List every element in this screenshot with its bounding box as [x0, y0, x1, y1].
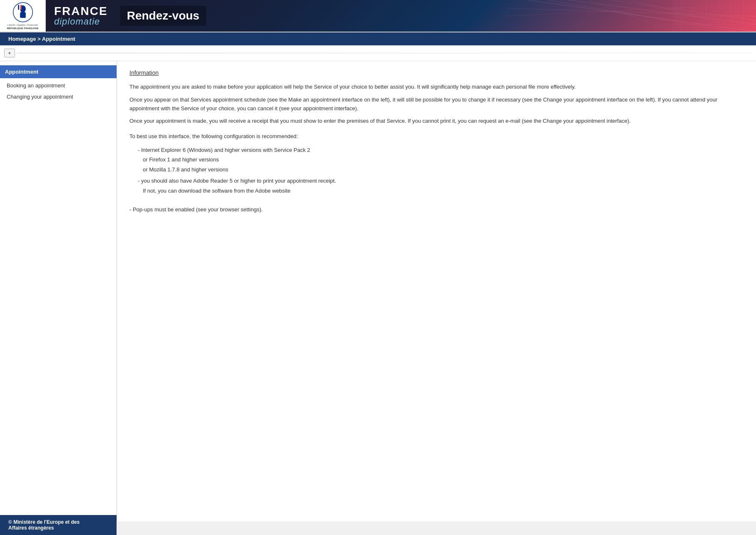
republic-text: Liberté • Égalité • Fraternité RÉPUBLIQU… — [7, 23, 38, 30]
liberty-text: Liberté • Égalité • Fraternité — [7, 24, 38, 27]
toolbar-separator — [17, 53, 752, 53]
config-item-1: or Firefox 1 and higher versions — [143, 155, 744, 164]
breadcrumb-bar: Homepage > Appointment — [0, 32, 756, 45]
main-layout: Appointment Booking an appointment Chang… — [0, 61, 756, 521]
sidebar-item-changing[interactable]: Changing your appointment — [0, 91, 117, 102]
logo-diplomatie-text: diplomatie — [54, 16, 108, 27]
popup-note: - Pop-ups must be enabled (see your brow… — [129, 206, 744, 214]
config-item-2: or Mozilla 1.7.8 and higher versions — [143, 165, 744, 174]
svg-line-9 — [589, 0, 673, 32]
header-banner: FRANCE diplomatie Rendez-vous — [46, 0, 756, 32]
republic-logo: Liberté • Égalité • Fraternité RÉPUBLIQU… — [0, 0, 46, 32]
france-diplomatie-logo: FRANCE diplomatie — [54, 5, 108, 27]
config-item-0: - Internet Explorer 6 (Windows) and high… — [138, 145, 744, 155]
breadcrumb[interactable]: Homepage > Appointment — [8, 36, 75, 42]
content-paragraph-3: Once your appointment is made, you will … — [129, 117, 744, 126]
header-decoration-svg — [506, 0, 756, 32]
content-title: Information — [129, 69, 744, 76]
content-paragraph-2: Once you appear on that Services appoint… — [129, 96, 744, 113]
page-footer: © Ministère de l'Europe et des Affaires … — [0, 515, 117, 535]
main-content: Information The appointment you are aske… — [117, 61, 756, 521]
config-list: - Internet Explorer 6 (Windows) and high… — [138, 145, 744, 196]
republic-label: RÉPUBLIQUE FRANÇAISE — [7, 27, 38, 30]
toolbar: + — [0, 45, 756, 61]
config-item-4: If not, you can download the software fr… — [143, 186, 744, 196]
svg-rect-5 — [20, 5, 22, 10]
sidebar-title: Appointment — [0, 65, 117, 78]
content-paragraph-1: The appointment you are asked to make be… — [129, 83, 744, 92]
sidebar-item-booking[interactable]: Booking an appointment — [0, 80, 117, 91]
config-intro: To best use this interface, the followin… — [129, 132, 744, 141]
svg-rect-3 — [18, 5, 19, 10]
republic-emblem-svg — [12, 2, 34, 23]
footer-line2: Affaires étrangères — [8, 525, 108, 531]
expand-button[interactable]: + — [4, 49, 15, 57]
page-header: Liberté • Égalité • Fraternité RÉPUBLIQU… — [0, 0, 756, 32]
footer-line1: © Ministère de l'Europe et des — [8, 519, 108, 525]
config-item-3: - you should also have Adobe Reader 5 or… — [138, 176, 744, 186]
svg-rect-2 — [20, 12, 26, 18]
page-main-title: Rendez-vous — [120, 6, 206, 26]
svg-rect-4 — [19, 5, 20, 10]
sidebar: Appointment Booking an appointment Chang… — [0, 61, 117, 521]
